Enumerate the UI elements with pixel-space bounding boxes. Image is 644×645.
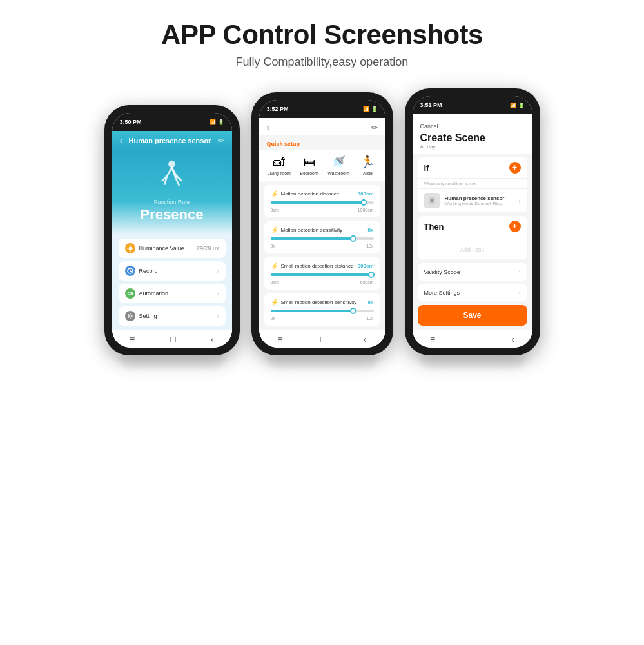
back-icon: ‹ [211,334,214,344]
phone1-list: Illuminance Value 2963Lux Record [112,235,232,330]
phone-1: 3:50 PM 📶 🔋 ‹ Human presence sensor ✏ [104,105,240,355]
small-sensitivity-icon: ⚡ [271,299,278,306]
small-motion-icon: ⚡ [271,263,278,270]
chevron-right-icon: › [217,290,219,297]
home-icon: □ [471,334,476,344]
svg-point-18 [129,315,132,317]
menu-icon: ≡ [278,334,283,344]
room-bedroom[interactable]: 🛏 Bedroom [300,155,318,175]
list-item[interactable]: Automation › [119,284,226,303]
then-label: Then [424,222,444,232]
small-motion-distance-slider[interactable] [271,273,374,276]
more-settings-row[interactable]: More Settings › [418,284,527,301]
sensor-entry-name: Human presence sensor [445,195,514,201]
room-aisle[interactable]: 🏃 Aisle [358,155,376,175]
slider-min: 0x [271,244,275,248]
phone3-header: Cancel Create Scene All day [413,114,532,154]
slider-min: 0x [271,316,275,321]
room-washroom[interactable]: 🚿 Washroom [327,155,349,175]
sensitivity-icon: ⚡ [271,226,278,233]
phones-container: 3:50 PM 📶 🔋 ‹ Human presence sensor ✏ [104,88,540,355]
sensor-entry-sub: Working Mode:Doorbell Ring [445,201,514,206]
svg-point-20 [431,199,433,202]
phone1-time: 3:50 PM [120,119,142,125]
motion-sensitivity-slider[interactable] [271,237,374,240]
illuminance-value: 2963Lux [197,245,219,252]
slider-min: 0cm [271,280,279,284]
washroom-label: Washroom [327,171,349,175]
sensor-condition-item[interactable]: Human presence sensor Working Mode:Doorb… [418,188,527,212]
list-item[interactable]: Record › [119,261,226,281]
living-room-label: Living room [268,171,291,175]
bedroom-label: Bedroom [300,171,318,175]
when-any-condition: When any condition is met - [418,179,527,188]
phone2-bottom-bar: ≡ □ ‹ [259,330,385,348]
small-motion-sensitivity-value: 8x [368,299,374,305]
phone1-header-title: Human presence sensor [129,137,211,144]
room-icons-row: 🛋 Living room 🛏 Bedroom 🚿 Washroom 🏃 Ais… [259,150,385,181]
slider-max: 1000cm [358,208,374,212]
cancel-button[interactable]: Cancel [420,123,438,130]
validity-scope-row[interactable]: Validity Scope › [418,263,527,281]
page-subtitle: Fully Compatibility,easy operation [161,55,483,69]
phone1-status-icons: 📶 🔋 [210,119,224,125]
motion-sensitivity-value: 8x [368,227,374,233]
presence-text: Presence [141,206,204,223]
phone1-hero: Function Rule Presence [112,150,232,235]
phone2-status-icons: 📶 🔋 [363,106,378,112]
phone2-header: ‹ ✏ [259,118,385,135]
phone-2: 3:52 PM 📶 🔋 ‹ ✏ Quick setup 🛋 Living roo… [251,92,393,355]
if-label: If [424,163,429,173]
motion-sensitivity-section: ⚡ Motion detection sensitivity 8x 0x 10x [264,221,380,253]
list-item[interactable]: Illuminance Value 2963Lux [119,239,226,258]
quick-setup-label: Quick setup [267,141,378,147]
small-motion-distance-section: ⚡ Small motion detection distance 600cm … [264,257,380,290]
aisle-icon: 🏃 [358,155,376,169]
small-motion-sensitivity-section: ⚡ Small motion detection sensitivity 8x … [264,293,380,326]
washroom-icon: 🚿 [329,155,347,169]
page-header: APP Control Screenshots Fully Compatibil… [161,0,483,75]
setting-label: Setting [139,313,157,319]
phone1-header: ‹ Human presence sensor ✏ [112,131,232,150]
svg-point-0 [168,161,175,168]
svg-point-17 [130,293,132,295]
motion-sensitivity-label: Motion detection sensitivity [281,227,343,233]
add-action-button[interactable]: + [509,221,521,232]
toggle-icon [125,288,135,299]
validity-scope-label: Validity Scope [424,269,460,275]
home-icon: □ [320,334,326,344]
room-living-room[interactable]: 🛋 Living room [268,155,291,175]
sun-icon [125,243,135,253]
function-rule-label: Function Rule [154,199,190,205]
phone3-bottom-bar: ≡ □ ‹ [413,330,532,348]
chevron-right-icon: › [217,268,219,275]
chevron-right-icon: › [518,268,520,275]
phone1-bottom-bar: ≡ □ ‹ [112,330,232,348]
add-task-row[interactable]: Add Task [418,237,527,259]
motion-distance-slider[interactable] [271,201,374,204]
illuminance-label: Illuminance Value [139,245,184,252]
all-day-label: All day [420,144,525,150]
list-item[interactable]: Setting › [119,306,226,326]
aisle-label: Aisle [363,171,373,175]
create-scene-title: Create Scene [420,132,525,144]
add-condition-button[interactable]: + [509,162,521,174]
phone3-time: 3:51 PM [420,102,442,108]
then-section: Then + Add Task [418,216,527,259]
motion-icon: ⚡ [271,190,278,197]
living-room-icon: 🛋 [270,155,288,169]
save-button[interactable]: Save [418,305,527,326]
chevron-right-icon: › [518,197,520,204]
phone3-status-icons: 📶 🔋 [510,103,525,108]
add-task-text: Add Task [460,246,484,253]
phone2-time: 3:52 PM [267,106,289,112]
bedroom-icon: 🛏 [300,155,318,169]
menu-icon: ≡ [430,334,435,344]
svg-point-8 [128,247,132,250]
menu-icon: ≡ [130,334,135,344]
back-icon: ‹ [511,334,514,344]
small-motion-sensitivity-slider[interactable] [271,310,374,312]
phone-3: 3:51 PM 📶 🔋 Cancel Create Scene All day … [405,88,540,355]
chevron-right-icon: › [217,313,219,320]
record-label: Record [139,268,158,274]
